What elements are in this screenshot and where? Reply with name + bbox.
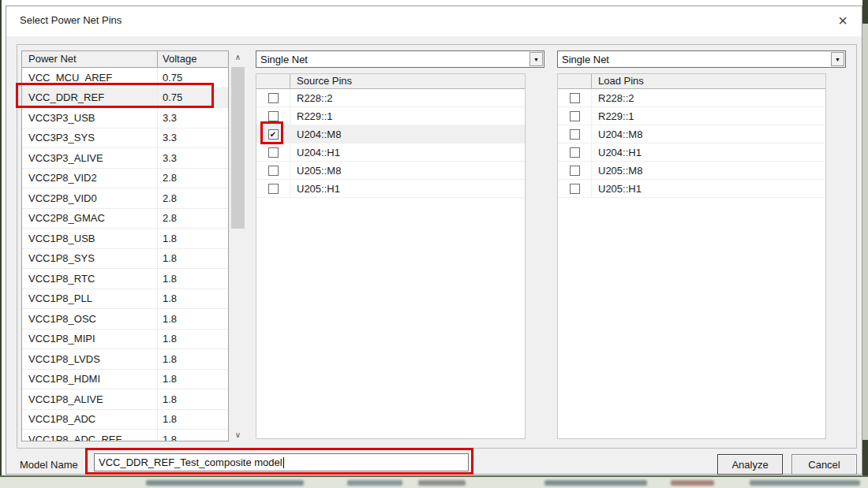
- pin-checkbox[interactable]: [268, 147, 279, 158]
- dialog-titlebar[interactable]: Select Power Net Pins ×: [6, 6, 862, 36]
- dialog-shadow: [862, 24, 868, 440]
- pin-checkbox-cell: [558, 180, 592, 197]
- text-caret: [283, 457, 284, 468]
- column-header-source-pins[interactable]: Source Pins: [290, 74, 525, 88]
- power-net-row[interactable]: VCC3P3_SYS3.3: [22, 129, 228, 149]
- pin-checkbox-cell: [256, 143, 290, 161]
- pin-label: U204::H1: [592, 143, 825, 161]
- pin-row[interactable]: U205::M8: [558, 162, 825, 180]
- power-net-row[interactable]: VCC1P8_PLL1.8: [22, 289, 228, 310]
- power-net-row[interactable]: VCC1P8_ADC_REF1.8: [22, 430, 228, 441]
- power-net-row[interactable]: VCC1P8_ADC1.8: [22, 410, 228, 430]
- pin-row[interactable]: U204::H1: [558, 143, 825, 162]
- analyze-button[interactable]: Analyze: [717, 454, 783, 475]
- dropdown-arrow-button[interactable]: ▼: [831, 52, 844, 66]
- power-net-row[interactable]: VCC2P8_GMAC2.8: [22, 209, 228, 229]
- power-net-row[interactable]: VCC3P3_ALIVE3.3: [22, 148, 228, 169]
- power-net-voltage: 1.8: [158, 269, 228, 289]
- dropdown-arrow-button[interactable]: ▼: [529, 52, 543, 66]
- pin-row[interactable]: U204::H1: [256, 143, 525, 162]
- background-app-edge: [0, 0, 2, 488]
- load-net-mode-dropdown[interactable]: Single Net ▼: [557, 50, 846, 68]
- pin-label: R229::1: [290, 107, 525, 125]
- power-net-name: VCC1P8_RTC: [22, 269, 158, 289]
- scrollbar-thumb[interactable]: [231, 67, 245, 229]
- pin-label: U205::H1: [290, 180, 525, 197]
- power-net-row[interactable]: VCC2P8_VID02.8: [22, 188, 228, 209]
- column-header-load-pins[interactable]: Load Pins: [592, 74, 825, 88]
- pin-row[interactable]: U205::H1: [256, 180, 525, 198]
- column-header-voltage[interactable]: Voltage: [158, 51, 228, 67]
- source-pins-header: Source Pins: [256, 74, 525, 89]
- checkbox-column-header: [558, 74, 592, 88]
- power-net-name: VCC2P8_VID2: [22, 169, 158, 188]
- pin-checkbox[interactable]: [268, 93, 279, 103]
- pin-checkbox[interactable]: [268, 166, 279, 176]
- source-pins-body: R228::2R229::1✔U204::M8U204::H1U205::M8U…: [256, 89, 525, 198]
- model-name-value: VCC_DDR_REF_Test_composite model: [99, 456, 282, 468]
- power-net-row[interactable]: VCC1P8_LVDS1.8: [22, 349, 228, 370]
- pin-row[interactable]: U205::M8: [256, 162, 525, 180]
- power-net-voltage: 2.8: [158, 209, 228, 229]
- power-net-row[interactable]: VCC3P3_USB3.3: [22, 108, 228, 129]
- power-net-row[interactable]: VCC1P8_MIPI1.8: [22, 330, 228, 350]
- background-app-content: [347, 480, 402, 486]
- power-net-row[interactable]: VCC1P8_OSC1.8: [22, 309, 228, 330]
- power-net-voltage: 3.3: [158, 148, 228, 168]
- pin-label: U205::M8: [290, 162, 525, 179]
- dialog-title: Select Power Net Pins: [20, 14, 122, 26]
- cancel-button[interactable]: Cancel: [791, 454, 857, 475]
- pin-row[interactable]: R228::2: [558, 89, 825, 107]
- power-net-row[interactable]: VCC1P8_SYS1.8: [22, 249, 228, 270]
- source-pins-table: Source Pins R228::2R229::1✔U204::M8U204:…: [256, 73, 526, 439]
- power-net-row[interactable]: VCC2P8_VID22.8: [22, 169, 228, 189]
- model-name-input[interactable]: VCC_DDR_REF_Test_composite model: [94, 453, 469, 471]
- pin-label: U205::M8: [592, 162, 825, 179]
- scroll-down-icon: ∨: [235, 430, 241, 439]
- pin-checkbox[interactable]: [570, 166, 580, 176]
- pin-checkbox[interactable]: ✔: [268, 129, 279, 140]
- pin-checkbox[interactable]: [570, 129, 580, 140]
- pin-row[interactable]: R229::1: [558, 107, 825, 125]
- power-net-voltage: 1.8: [158, 370, 228, 389]
- power-net-row[interactable]: VCC_MCU_AREF0.75: [22, 68, 228, 88]
- pin-checkbox[interactable]: [570, 184, 580, 194]
- power-net-voltage: 1.8: [158, 289, 228, 309]
- power-net-row[interactable]: VCC1P8_HDMI1.8: [22, 370, 228, 390]
- pin-checkbox[interactable]: [570, 93, 580, 103]
- pin-label: R228::2: [592, 89, 825, 106]
- power-net-table-header: Power Net Voltage: [22, 51, 228, 68]
- pin-row[interactable]: U205::H1: [558, 180, 825, 198]
- pin-checkbox[interactable]: [570, 147, 580, 158]
- power-net-name: VCC3P3_ALIVE: [22, 148, 158, 168]
- power-net-voltage: 0.75: [158, 68, 228, 88]
- pin-row[interactable]: U204::M8: [558, 125, 825, 143]
- power-net-row[interactable]: VCC_DDR_REF0.75: [22, 88, 228, 109]
- pin-checkbox-cell: [558, 143, 592, 161]
- power-net-name: VCC2P8_VID0: [22, 188, 158, 208]
- power-net-name: VCC3P3_SYS: [22, 129, 158, 148]
- pin-row[interactable]: ✔U204::M8: [256, 125, 525, 143]
- load-pins-table: Load Pins R228::2R229::1U204::M8U204::H1…: [557, 73, 826, 439]
- power-net-scrollbar[interactable]: ∧ ∨: [230, 50, 245, 441]
- power-net-voltage: 1.8: [158, 249, 228, 269]
- power-net-voltage: 1.8: [158, 410, 228, 430]
- power-net-row[interactable]: VCC1P8_RTC1.8: [22, 269, 228, 289]
- column-header-power-net[interactable]: Power Net: [22, 51, 158, 67]
- scroll-down-button[interactable]: ∨: [230, 428, 245, 441]
- source-net-mode-dropdown[interactable]: Single Net ▼: [256, 50, 544, 68]
- pin-row[interactable]: R228::2: [256, 89, 525, 107]
- power-net-row[interactable]: VCC1P8_USB1.8: [22, 229, 228, 249]
- scroll-up-button[interactable]: ∧: [230, 50, 245, 64]
- pin-checkbox[interactable]: [570, 111, 580, 121]
- pin-checkbox[interactable]: [268, 111, 279, 121]
- pin-checkbox[interactable]: [268, 184, 279, 194]
- close-button[interactable]: ×: [830, 9, 855, 32]
- pin-label: U204::M8: [592, 125, 825, 143]
- power-net-row[interactable]: VCC1P8_ALIVE1.8: [22, 389, 228, 410]
- pin-checkbox-cell: [256, 107, 290, 125]
- pin-row[interactable]: R229::1: [256, 107, 525, 125]
- scroll-up-icon: ∧: [235, 53, 241, 61]
- pin-checkbox-cell: [558, 107, 592, 125]
- power-net-name: VCC_DDR_REF: [22, 88, 158, 108]
